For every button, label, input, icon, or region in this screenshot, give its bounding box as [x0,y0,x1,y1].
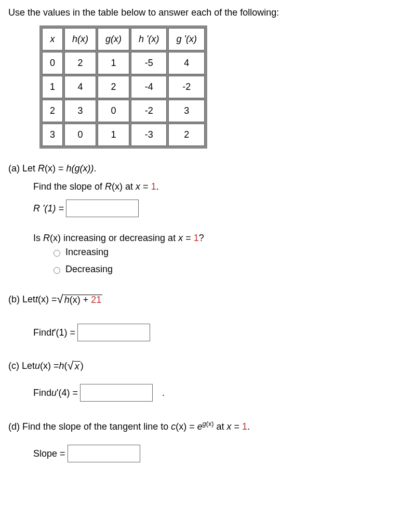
slope-label: Slope = [33,448,65,459]
at-text: at [213,421,226,432]
cell: 0 [64,124,96,146]
text: (x) = [38,294,57,305]
cell: -3 [131,124,167,146]
period: . [156,181,159,192]
R-var: R [43,233,50,243]
intro-text: Use the values in the table below to ans… [8,7,407,18]
find-label: Find [33,388,51,398]
part-a-definition: (a) Let R(x) = h(g(x)). [8,163,407,174]
g-var: g [203,420,206,428]
cell: -2 [131,100,167,122]
part-d-prompt: (d) Find the slope of the tangent line t… [8,420,407,432]
cell: 2 [64,52,96,74]
cell: 0 [98,100,129,122]
h-var: h [66,163,72,174]
value-1: 1 [242,421,247,432]
period: . [162,388,165,398]
value-21: 21 [91,295,101,305]
slope-row: Slope = [33,445,407,462]
value-1: 1 [151,181,156,192]
u-var: u [35,361,40,371]
radio-increasing[interactable] [53,250,60,257]
sqrt-x: √ x [68,360,81,371]
period: . [94,163,97,174]
th-hpx: h '(x) [131,28,167,50]
slope-input[interactable] [68,445,140,462]
text: (x) increasing or decreasing at [50,233,178,243]
u-var: u [51,388,57,398]
cell: 1 [42,76,63,98]
u-prime-row: Find u '(4) = . [33,384,407,402]
r-prime-label: R '(1) = [33,203,64,214]
cell: 2 [168,124,204,146]
th-gx: g(x) [98,28,129,50]
inc-dec-question: Is R(x) increasing or decreasing at x = … [33,233,407,244]
values-table: x h(x) g(x) h '(x) g '(x) 0 2 1 -5 4 1 4… [39,25,207,149]
gx: (g(x)) [72,163,94,174]
text: = [140,181,151,192]
sqrt-expr: √ h(x) + 21 [57,294,103,305]
x-var: x [178,233,183,243]
part-b: (b) Let t(x) = √ h(x) + 21 Find t '(1) = [8,294,407,341]
cell: 3 [64,100,96,122]
qmark: ? [199,233,204,243]
text: (x) = [40,361,59,371]
text: Is [33,233,43,243]
cell: 2 [98,76,129,98]
table-row: 1 4 2 -4 -2 [42,76,205,98]
exponent: g(x) [203,420,214,428]
table-row: 3 0 1 -3 2 [42,124,205,146]
cell: -5 [131,52,167,74]
cell: 0 [42,52,63,74]
t-prime-row: Find t '(1) = [33,324,407,341]
text: (x) + [70,295,91,305]
decreasing-label: Decreasing [65,264,113,275]
text: (x) = [176,421,197,432]
R-var: R [38,163,45,174]
cell: 4 [64,76,96,98]
radical-icon: √ [57,294,63,305]
part-a-slope-prompt: Find the slope of R(x) at x = 1. [33,181,407,192]
text: '(1) = [54,327,75,338]
text: (x) = [45,163,66,174]
r-prime-input[interactable] [66,200,139,217]
radicand: h(x) + 21 [63,295,103,304]
t-prime-input[interactable] [77,324,150,341]
e-var: e [197,421,203,432]
x-var: x [136,181,140,192]
h-var: h [59,361,64,371]
u-prime-input[interactable] [80,384,153,402]
increasing-label: Increasing [65,247,109,258]
cell: 4 [168,52,204,74]
part-c-definition: (c) Let u(x) = h( √ x ) [8,360,407,371]
text: '(4) = [57,388,78,398]
cell: -4 [131,76,167,98]
part-b-definition: (b) Let t(x) = √ h(x) + 21 [8,294,407,305]
cell: 3 [168,100,204,122]
table-row: 2 3 0 -2 3 [42,100,205,122]
radical-icon: √ [68,360,74,371]
cell: -2 [168,76,204,98]
text: (x) at [112,181,136,192]
part-a-label: (a) Let [8,163,38,174]
h-var: h [64,295,70,305]
table-header-row: x h(x) g(x) h '(x) g '(x) [42,28,205,50]
table-row: 0 2 1 -5 4 [42,52,205,74]
text: Find the slope of [33,181,105,192]
r-prime-row: R '(1) = [33,200,407,217]
radio-decreasing[interactable] [53,267,60,274]
option-increasing-row[interactable]: Increasing [51,247,407,258]
value-1: 1 [194,233,199,243]
option-decreasing-row[interactable]: Decreasing [51,264,407,275]
part-d: (d) Find the slope of the tangent line t… [8,420,407,462]
R-var: R [105,181,112,192]
cell: 2 [42,100,63,122]
text: = [183,233,194,243]
close-paren: ) [81,361,84,371]
radicand-x: x [74,361,81,371]
cell: 1 [98,52,129,74]
part-a: (a) Let R(x) = h(g(x)). Find the slope o… [8,163,407,275]
exp-rest: (x) [206,420,214,428]
cell: 3 [42,124,63,146]
part-d-label: (d) Find the slope of the tangent line t… [8,421,171,432]
